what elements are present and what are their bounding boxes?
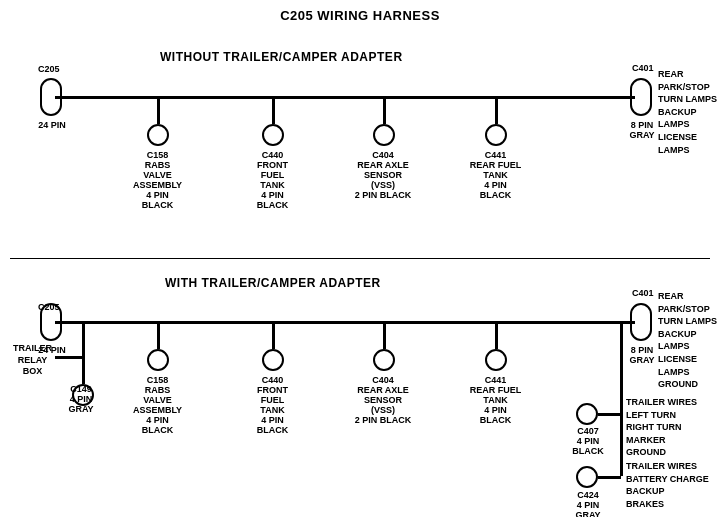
c401-2-right-label: REAR PARK/STOPTURN LAMPSBACKUP LAMPSLICE… [658, 290, 720, 391]
c441-2-connector [485, 349, 507, 371]
c441-1-connector [485, 124, 507, 146]
c205-1-sublabel: 24 PIN [38, 120, 66, 130]
c158-1-connector [147, 124, 169, 146]
c149-label: C1494 PIN GRAY [62, 384, 100, 414]
wire-c424-h [598, 476, 621, 479]
divider [10, 258, 710, 259]
c205-1-top-label: C205 [38, 64, 60, 74]
c407-right-label: TRAILER WIRESLEFT TURNRIGHT TURNMARKERGR… [626, 396, 697, 459]
wire-drop-c404-1 [383, 96, 386, 124]
wire-c149-v [82, 356, 85, 384]
c158-1-label: C158RABS VALVEASSEMBLY4 PIN BLACK [130, 150, 185, 210]
c440-2-connector [262, 349, 284, 371]
c404-2-connector [373, 349, 395, 371]
diagram-area: WITHOUT TRAILER/CAMPER ADAPTER C205 24 P… [0, 28, 720, 517]
wire-c407-h [598, 413, 621, 416]
wire-drop-c441-1 [495, 96, 498, 124]
c407-label: C4074 PINBLACK [566, 426, 610, 456]
wire-main-1 [55, 96, 635, 99]
c401-2-connector [630, 303, 652, 341]
c401-1-top-label: C401 [632, 63, 654, 73]
c401-1-sublabel: 8 PINGRAY [624, 120, 660, 140]
c441-2-label: C441REAR FUELTANK4 PIN BLACK [468, 375, 523, 425]
c205-2-connector [40, 303, 62, 341]
c404-1-connector [373, 124, 395, 146]
c205-1-connector [40, 78, 62, 116]
c404-2-label: C404REAR AXLESENSOR(VSS)2 PIN BLACK [353, 375, 413, 425]
c401-2-sublabel: 8 PINGRAY [624, 345, 660, 365]
c440-1-label: C440FRONT FUELTANK4 PIN BLACK [245, 150, 300, 210]
page-title: C205 WIRING HARNESS [0, 0, 720, 23]
wire-drop-c158-2 [157, 321, 160, 349]
c440-2-label: C440FRONT FUELTANK4 PIN BLACK [245, 375, 300, 435]
c401-1-connector [630, 78, 652, 116]
wire-drop-c440-1 [272, 96, 275, 124]
wire-drop-c158-1 [157, 96, 160, 124]
section2-label: WITH TRAILER/CAMPER ADAPTER [165, 276, 381, 290]
c158-2-label: C158RABS VALVEASSEMBLY4 PIN BLACK [130, 375, 185, 435]
section1-label: WITHOUT TRAILER/CAMPER ADAPTER [160, 50, 403, 64]
wire-right-branch-v [620, 321, 623, 476]
wire-drop-c440-2 [272, 321, 275, 349]
c441-1-label: C441REAR FUELTANK4 PIN BLACK [468, 150, 523, 200]
c407-connector [576, 403, 598, 425]
wire-trailer-relay-v [82, 321, 85, 356]
wire-drop-c404-2 [383, 321, 386, 349]
wire-drop-c441-2 [495, 321, 498, 349]
c424-right-label: TRAILER WIRESBATTERY CHARGEBACKUPBRAKES [626, 460, 709, 510]
c401-1-right-label: REAR PARK/STOPTURN LAMPSBACKUP LAMPSLICE… [658, 68, 720, 156]
c424-connector [576, 466, 598, 488]
trailer-relay-label: TRAILERRELAYBOX [5, 343, 60, 378]
wire-main-2 [55, 321, 635, 324]
c401-2-top-label: C401 [632, 288, 654, 298]
c424-label: C4244 PINGRAY [566, 490, 610, 517]
c404-1-label: C404REAR AXLESENSOR(VSS)2 PIN BLACK [353, 150, 413, 200]
c158-2-connector [147, 349, 169, 371]
c440-1-connector [262, 124, 284, 146]
